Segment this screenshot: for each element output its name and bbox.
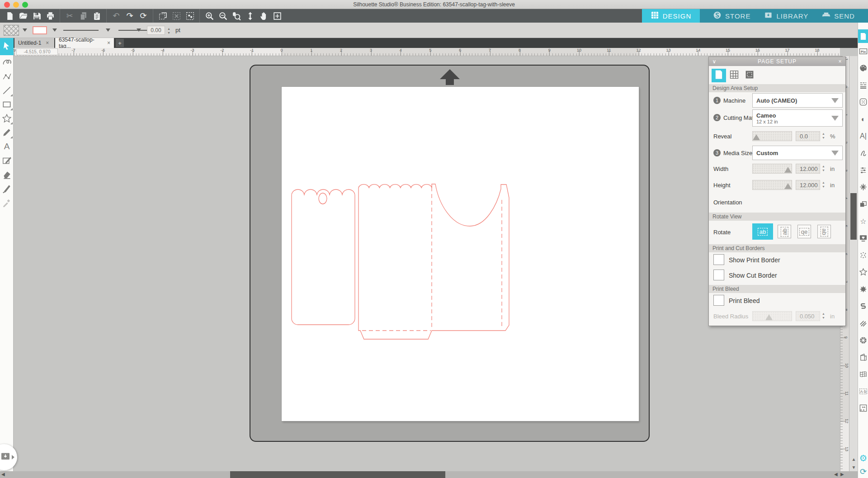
reveal-slider-handle[interactable]: [753, 134, 760, 140]
duplicate-selection-button[interactable]: [156, 9, 170, 22]
paste-button[interactable]: [90, 9, 104, 22]
tab-design[interactable]: DESIGN: [642, 9, 700, 23]
redo-button[interactable]: ↷: [123, 9, 137, 22]
height-input[interactable]: 12.000: [796, 180, 820, 190]
tab-untitled[interactable]: Untitled-1 ×: [14, 38, 54, 48]
sketch-panel-button[interactable]: [859, 302, 868, 311]
show-cut-border-checkbox[interactable]: [713, 270, 724, 280]
weld-panel-button[interactable]: [859, 336, 868, 345]
tab-library[interactable]: LIBRARY: [764, 11, 808, 21]
redo-all-button[interactable]: ⟳: [137, 9, 150, 22]
duplicate-page-panel-button[interactable]: [859, 352, 868, 362]
puzzle-panel-button[interactable]: [859, 284, 868, 294]
replicate-panel-button[interactable]: [859, 199, 868, 209]
scroll-left-button[interactable]: ◀: [834, 472, 838, 477]
panel-collapse-icon[interactable]: ∨: [709, 58, 720, 65]
machine-dropdown[interactable]: Auto (CAMEO): [752, 93, 843, 108]
scroll-right-button[interactable]: ▶: [840, 472, 844, 477]
freehand-tool-button[interactable]: [1, 57, 12, 68]
stipple-panel-button[interactable]: [859, 267, 868, 277]
kerning-panel-button[interactable]: A·b: [859, 387, 868, 396]
eraser-tool-button[interactable]: [1, 169, 12, 180]
panel-close-icon[interactable]: ×: [835, 58, 845, 65]
open-button[interactable]: [16, 9, 30, 22]
stroke-width-input[interactable]: 0.00: [147, 26, 165, 35]
design-page[interactable]: [282, 87, 639, 421]
text-style-panel-button[interactable]: A|: [859, 132, 868, 141]
save-button[interactable]: [30, 9, 43, 22]
fill-dropdown-arrow-icon[interactable]: [23, 28, 27, 32]
print-bleed-checkbox[interactable]: [713, 295, 724, 306]
selection-style-button[interactable]: [183, 9, 197, 22]
notes-tool-button[interactable]: [1, 155, 12, 166]
vertical-scrollbar[interactable]: ▲ ▼: [849, 56, 858, 471]
nesting-panel-button[interactable]: [859, 403, 868, 413]
trace-panel-button[interactable]: [859, 233, 868, 243]
rotate-view-90-button[interactable]: ab: [778, 225, 791, 238]
select-tool-button[interactable]: [0, 38, 14, 55]
transform-panel-button[interactable]: [859, 166, 868, 175]
stroke-color-swatch[interactable]: [33, 26, 47, 34]
stroke-dropdown-arrow-icon[interactable]: [52, 28, 57, 32]
sync-button[interactable]: ⟳: [859, 467, 868, 476]
warp-panel-button[interactable]: [859, 369, 868, 379]
reveal-slider[interactable]: [752, 131, 792, 141]
line-style2-dropdown-arrow-icon[interactable]: [137, 28, 141, 32]
rhinestone-panel-button[interactable]: [859, 251, 868, 260]
glyphs-panel-button[interactable]: [859, 148, 868, 158]
minimize-window-button[interactable]: [13, 2, 19, 8]
knife-tool-button[interactable]: [1, 183, 12, 194]
eyedropper-tool-button[interactable]: [1, 197, 12, 208]
scroll-left-edge-button[interactable]: ◀: [1, 472, 5, 477]
tab-scallop[interactable]: 63547-scallop-tag... ×: [55, 38, 114, 48]
new-tab-button[interactable]: +: [116, 39, 124, 47]
drag-zoom-button[interactable]: [230, 9, 243, 22]
rectangle-tool-button[interactable]: [1, 99, 12, 110]
fill-pattern-swatch[interactable]: [4, 25, 19, 36]
pixscan-panel-button[interactable]: Pix: [859, 47, 868, 56]
width-stepper[interactable]: ▲▼: [822, 165, 825, 172]
cut-design-scallop-tag-with-sleeve[interactable]: [282, 87, 639, 421]
line-style-dropdown-arrow-icon[interactable]: [106, 28, 110, 32]
edit-points-tool-button[interactable]: [1, 71, 12, 82]
draw-tool-button[interactable]: [1, 127, 12, 138]
horizontal-scrollbar[interactable]: ◀ ◀ ▶: [0, 471, 868, 478]
reveal-stepper[interactable]: ▲▼: [822, 132, 825, 139]
rotate-view-180-button[interactable]: qe: [797, 225, 811, 238]
text-tool-button[interactable]: A: [1, 141, 12, 152]
modify-panel-button[interactable]: [859, 182, 868, 192]
tab-store[interactable]: STORE: [713, 11, 750, 21]
width-input[interactable]: 12.000: [796, 164, 820, 174]
height-stepper[interactable]: ▲▼: [822, 181, 825, 188]
height-slider[interactable]: [752, 180, 792, 190]
tab-scallop-close-icon[interactable]: ×: [107, 40, 110, 46]
panel-tab-page[interactable]: [712, 69, 726, 82]
panel-tab-mat[interactable]: [742, 69, 757, 82]
pan-button[interactable]: [257, 9, 270, 22]
tab-send[interactable]: SEND: [822, 11, 855, 21]
scroll-up-button[interactable]: ▲: [849, 455, 858, 463]
preferences-button[interactable]: ⚙: [859, 453, 868, 463]
rotate-view-270-button[interactable]: ab: [817, 225, 831, 238]
rotate-view-0-button[interactable]: ab: [752, 223, 773, 240]
width-slider-handle[interactable]: [784, 167, 792, 173]
zoom-selection-button[interactable]: [243, 9, 257, 22]
line-style-panel-button[interactable]: [859, 80, 868, 90]
new-document-button[interactable]: [3, 9, 16, 22]
zoom-window-button[interactable]: [22, 2, 28, 8]
show-print-border-checkbox[interactable]: [713, 254, 724, 265]
fit-to-page-button[interactable]: [270, 9, 284, 22]
height-slider-handle[interactable]: [784, 183, 792, 189]
tab-untitled-close-icon[interactable]: ×: [46, 40, 49, 46]
offset-panel-button[interactable]: ☆: [859, 217, 868, 226]
page-setup-panel-button[interactable]: [858, 29, 868, 43]
zoom-in-button[interactable]: [203, 9, 216, 22]
horizontal-scrollbar-thumb[interactable]: [230, 471, 445, 478]
print-button[interactable]: [43, 9, 57, 22]
stroke-width-stepper[interactable]: ▲▼: [167, 27, 170, 34]
hatch-fill-panel-button[interactable]: [859, 318, 868, 328]
vertical-scrollbar-thumb[interactable]: [850, 193, 857, 240]
zoom-out-button[interactable]: [216, 9, 230, 22]
fill-color-panel-button[interactable]: [859, 63, 868, 73]
cutting-mat-dropdown[interactable]: Cameo 12 x 12 in: [752, 109, 843, 127]
